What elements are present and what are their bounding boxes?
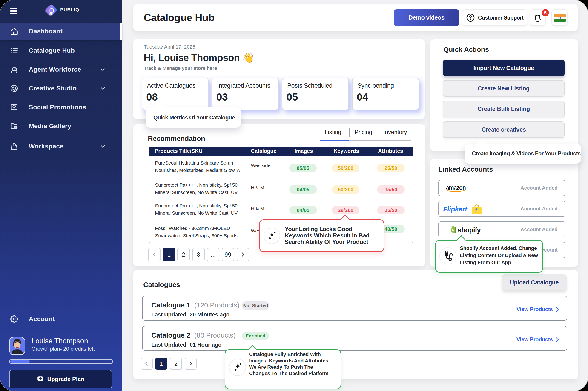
svg-text:S: S	[452, 228, 454, 231]
svg-text:amazon: amazon	[446, 184, 466, 191]
svg-text:shopify: shopify	[458, 226, 481, 234]
svg-text:Flipkart: Flipkart	[443, 205, 468, 213]
